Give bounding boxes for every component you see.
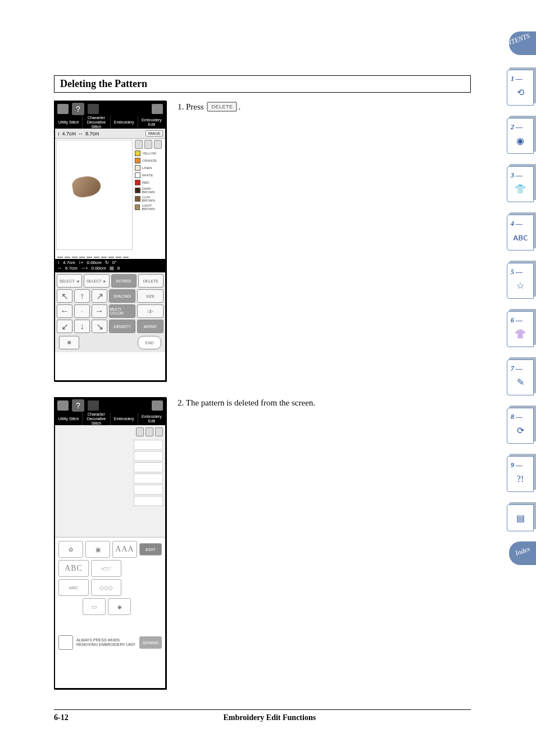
tab-embroidery-edit[interactable]: Embroidery Edit (138, 116, 165, 129)
tab-embroidery[interactable]: Embroidery (111, 116, 138, 129)
arrow-ne-button[interactable]: ↗ (92, 289, 107, 303)
cat-frames-button[interactable]: ◇◇◇ (91, 579, 121, 596)
tab-char-deco[interactable]: Character Decorative Stitch (83, 116, 110, 129)
leftright-icon: ↔ (78, 131, 83, 136)
arrow-se-icon: ↘ (96, 321, 103, 332)
swatch-icon (135, 158, 140, 163)
step-1-row: ? Utility Stitch Character Decorative St… (54, 101, 471, 381)
arrow-n-button[interactable]: ↑ (74, 289, 90, 303)
pages-icon: ▤ (512, 509, 529, 526)
size-button[interactable]: SIZE (137, 289, 163, 303)
image-button[interactable]: IMAGE (146, 130, 163, 136)
swatch-icon (135, 165, 140, 171)
arrow-se-button[interactable]: ↘ (92, 320, 107, 333)
chapter-8-tab[interactable]: 8 —⟳ (506, 406, 536, 445)
chapter-9-tab[interactable]: 9 —?! (506, 454, 536, 493)
density-button[interactable]: DENSITY (109, 320, 135, 333)
cat-designs-button[interactable]: ✿ (58, 541, 83, 558)
step-1-text: 1. Press DELETE. (178, 101, 471, 381)
color-name: LINEN (142, 166, 152, 170)
end-button[interactable]: END (138, 336, 161, 349)
unplug-message: ALWAYS PRESS WHEN REMOVING EMBROIDERY UN… (76, 638, 136, 647)
spool-icon[interactable] (146, 427, 153, 436)
info-bar: ↕4.7cm↕+0.00cm↻0° ↔6.7cm↔+0.00cm▤8 (55, 259, 165, 272)
footer-title: Embroidery Edit Functions (224, 713, 316, 722)
spool-icon[interactable] (136, 427, 144, 436)
updown-icon: ↕ (57, 131, 60, 136)
spool-icon[interactable] (154, 140, 162, 149)
mode-tabs: Utility Stitch Character Decorative Stit… (55, 413, 165, 425)
cat-card-button[interactable]: ▭ (83, 598, 106, 615)
cat-patterns-button[interactable]: ▣ (85, 541, 110, 558)
index-tab[interactable]: Index (506, 541, 536, 568)
step-2-text: 2. The pattern is deleted from the scree… (178, 397, 471, 689)
arrow-sw-icon: ↙ (61, 321, 69, 332)
help-icon: ? (72, 399, 84, 412)
spool-icon[interactable] (144, 140, 152, 149)
appendix-tab[interactable]: ▤ (506, 502, 536, 532)
tab-embroidery[interactable]: Embroidery (111, 413, 138, 425)
arrow-nw-button[interactable]: ↖ (57, 289, 72, 303)
tab-utility[interactable]: Utility Stitch (55, 413, 83, 425)
arrow-w-button[interactable]: ← (57, 304, 72, 318)
tab-embroidery-edit[interactable]: Embroidery Edit (138, 413, 165, 425)
layout-button[interactable]: ▦ (59, 336, 79, 349)
color-name: YELLOW (142, 152, 156, 155)
unplug-icon[interactable] (58, 635, 73, 650)
arrow-e-button[interactable]: → (92, 304, 107, 318)
rotate-button[interactable]: ROTATE (111, 274, 137, 288)
arrow-right-icon: → (95, 306, 104, 316)
spool-icon[interactable] (155, 427, 163, 436)
step-num: 2. (178, 398, 184, 407)
chapter-3-tab[interactable]: 3 —👕 (506, 164, 536, 203)
color-name: CLAY BROWN (142, 195, 164, 202)
select-prev-button[interactable]: SELECT ◄ (57, 274, 82, 288)
preview-canvas (56, 140, 133, 250)
control-panel: SELECT ◄ SELECT ► ROTATE DELETE ↖ ↑ ↗ SP… (55, 272, 165, 352)
chapter-7-tab[interactable]: 7 —✎ (506, 357, 536, 397)
dimension-bar: ↕ 4.7cm ↔ 8.7cm IMAGE (55, 129, 165, 139)
chapter-5-tab[interactable]: 5 —☆ (506, 261, 536, 300)
array-button[interactable]: ARRAY (137, 320, 163, 333)
chapter-2-tab[interactable]: 2 —◉ (506, 116, 536, 155)
swatch-icon (135, 196, 140, 202)
tab-utility[interactable]: Utility Stitch (55, 116, 83, 129)
edit-button[interactable]: EDIT (139, 543, 162, 555)
multicolor-button[interactable]: MULTI COLOR (109, 304, 135, 318)
sewing-button[interactable]: SEWING (139, 636, 162, 649)
list-item (134, 462, 163, 472)
color-list: YELLOW ORANGE LINEN WHITE RED DARK BROWN… (134, 139, 165, 251)
color-markers (55, 251, 165, 259)
select-next-button[interactable]: SELECT ► (84, 274, 109, 288)
pattern-shoe (71, 174, 102, 199)
spool-icon[interactable] (135, 140, 143, 149)
titlebar: ? (55, 102, 165, 116)
cat-usb-button[interactable]: ◆ (108, 598, 131, 615)
cat-shapes-button[interactable]: ○□♡ (91, 560, 121, 577)
spacing-button[interactable]: SPACING (109, 289, 135, 303)
menu-icon (152, 400, 163, 411)
chapter-1-tab[interactable]: 1 —⟲ (506, 67, 536, 107)
center-button[interactable]: ▫ (74, 304, 90, 318)
shirt-icon: 👕 (512, 181, 529, 198)
machine2-icon: ⟳ (512, 422, 529, 439)
list-item (134, 473, 163, 484)
contents-tab[interactable]: CONTENTS (506, 31, 536, 58)
cat-font3-button[interactable]: ABC (58, 579, 89, 596)
arrow-down-icon: ↓ (80, 321, 84, 331)
screenshot-1: ? Utility Stitch Character Decorative St… (54, 101, 166, 381)
arrow-sw-button[interactable]: ↙ (57, 320, 72, 333)
delete-button[interactable]: DELETE (138, 274, 163, 288)
tab-char-deco[interactable]: Character Decorative Stitch (83, 413, 110, 425)
color-name: DARK BROWN (142, 187, 164, 194)
menu-icon (152, 104, 163, 114)
mirror-button[interactable]: △|▷ (137, 304, 163, 318)
page-number: 6-12 (54, 713, 69, 722)
dim-w: 8.7cm (85, 131, 99, 136)
cat-font1-button[interactable]: AAA (112, 541, 137, 558)
swatch-icon (135, 172, 140, 178)
arrow-s-button[interactable]: ↓ (74, 320, 90, 333)
chapter-4-tab[interactable]: 4 —ᴀʙᴄ (506, 212, 536, 252)
cat-font2-button[interactable]: ABC (58, 560, 89, 577)
chapter-6-tab[interactable]: 6 —👚 (506, 309, 536, 348)
